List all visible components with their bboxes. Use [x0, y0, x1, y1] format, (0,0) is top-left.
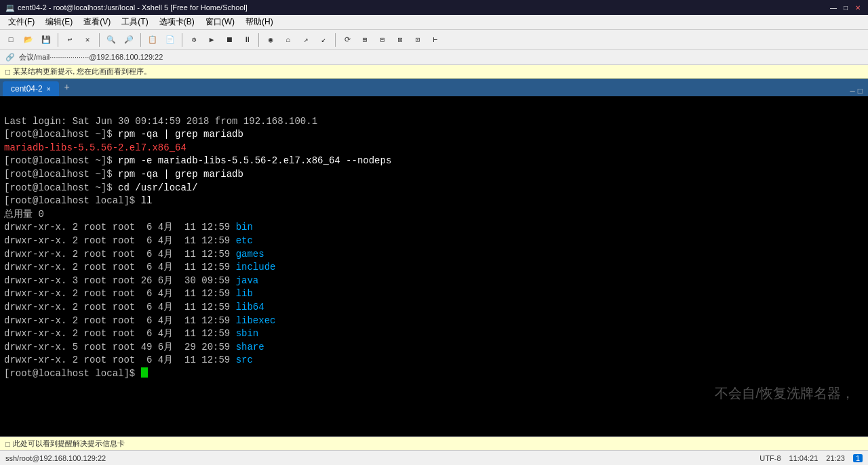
- status-connection: ssh/root@192.168.100.129:22: [5, 454, 760, 462]
- bottom-tip-text: 此处可以看到提醒解决提示信息卡: [13, 439, 125, 449]
- window-title: cent04-2 - root@localhost:/usr/local - X…: [18, 3, 248, 12]
- app-icon: 💻: [5, 3, 15, 12]
- terminal-line-cmd5: [root@localhost local]$ ll: [4, 195, 864, 208]
- toolbar-layout2[interactable]: ⊟: [374, 32, 391, 48]
- status-right: UTF-8 11:04:21 21:23 1: [760, 454, 863, 462]
- ls-row-etc: drwxr-xr-x. 2 root root 6 4月 11 12:59 et…: [4, 235, 864, 248]
- watermark: 不会自/恢复洗牌名器，: [715, 384, 854, 403]
- ls-row-share: drwxr-xr-x. 5 root root 49 6月 29 20:59 s…: [4, 341, 864, 355]
- status-time1: 11:04:21: [789, 454, 818, 462]
- toolbar-stop[interactable]: ⏹: [221, 32, 237, 48]
- ls-row-include: drwxr-xr-x. 2 root root 6 4月 11 12:59 in…: [4, 261, 864, 275]
- status-indicator: 1: [853, 454, 863, 462]
- address-text: 会议/mail···················@192.168.100.1…: [19, 52, 163, 62]
- toolbar-layout1[interactable]: ⊞: [357, 32, 373, 48]
- status-bar: ssh/root@192.168.100.129:22 UTF-8 11:04:…: [0, 450, 868, 465]
- terminal[interactable]: Last login: Sat Jun 30 09:14:59 2018 fro…: [0, 96, 868, 437]
- ls-row-lib64: drwxr-xr-x. 2 root root 6 4月 11 12:59 li…: [4, 301, 864, 315]
- toolbar-settings[interactable]: ⚙: [186, 32, 202, 48]
- ls-row-libexec: drwxr-xr-x. 2 root root 6 4月 11 12:59 li…: [4, 315, 864, 328]
- menu-help[interactable]: 帮助(H): [240, 15, 279, 29]
- toolbar-download[interactable]: ↙: [315, 32, 332, 48]
- menu-window[interactable]: 窗口(W): [200, 15, 240, 29]
- toolbar-layout5[interactable]: ⊢: [427, 32, 443, 48]
- menu-tools[interactable]: 工具(T): [116, 15, 153, 29]
- ls-row-bin: drwxr-xr-x. 2 root root 6 4月 11 12:59 bi…: [4, 221, 864, 235]
- toolbar-record[interactable]: ◉: [262, 32, 279, 48]
- tip-text: 某某结构更新提示, 您在此画面看到程序。: [13, 66, 151, 77]
- tab-bar: cent04-2 × + ─ □: [0, 79, 868, 96]
- tab-ctrl-max[interactable]: □: [858, 87, 863, 96]
- toolbar-sep2: [99, 33, 100, 47]
- terminal-line-cmd4: [root@localhost ~]$ cd /usr/local/: [4, 182, 864, 195]
- terminal-line-lastlogin: Last login: Sat Jun 30 09:14:59 2018 fro…: [4, 115, 864, 129]
- close-button[interactable]: ✕: [853, 3, 863, 12]
- terminal-line-total: 总用量 0: [4, 208, 864, 222]
- toolbar-sep1: [58, 33, 58, 47]
- toolbar-new[interactable]: □: [3, 32, 19, 48]
- title-bar-controls: — □ ✕: [829, 3, 863, 12]
- terminal-line-cmd3: [root@localhost ~]$ rpm -qa | grep maria…: [4, 168, 864, 182]
- status-encoding: UTF-8: [760, 454, 781, 462]
- toolbar-layout3[interactable]: ⊠: [392, 32, 408, 48]
- terminal-line-cmd2: [root@localhost ~]$ rpm -e mariadb-libs-…: [4, 155, 864, 168]
- tab-right-controls: ─ □: [850, 87, 865, 96]
- menu-edit[interactable]: 编辑(E): [40, 15, 78, 29]
- terminal-line-prompt: [root@localhost local]$: [4, 367, 864, 381]
- menu-bar: 文件(F) 编辑(E) 查看(V) 工具(T) 选项卡(B) 窗口(W) 帮助(…: [0, 15, 868, 30]
- ls-row-src: drwxr-xr-x. 2 root root 6 4月 11 12:59 sr…: [4, 354, 864, 367]
- tip-icon: □: [5, 67, 10, 77]
- app-window: 💻 cent04-2 - root@localhost:/usr/local -…: [0, 0, 868, 465]
- title-bar: 💻 cent04-2 - root@localhost:/usr/local -…: [0, 0, 868, 15]
- toolbar-refresh[interactable]: ⟳: [339, 32, 355, 48]
- terminal-line-out1: mariadb-libs-5.5.56-2.el7.x86_64: [4, 142, 864, 155]
- toolbar-disconnect[interactable]: ✕: [79, 32, 96, 48]
- toolbar-home[interactable]: ⌂: [280, 32, 296, 48]
- toolbar-sep4: [182, 33, 182, 47]
- menu-file[interactable]: 文件(F): [3, 15, 40, 29]
- toolbar-pause[interactable]: ⏸: [239, 32, 255, 48]
- ls-row-games: drwxr-xr-x. 2 root root 6 4月 11 12:59 ga…: [4, 248, 864, 262]
- new-tab-button[interactable]: +: [59, 82, 75, 93]
- address-icon: 🔗: [5, 53, 15, 62]
- toolbar-zoom-out[interactable]: 🔎: [121, 32, 137, 48]
- toolbar-upload[interactable]: ↗: [298, 32, 314, 48]
- terminal-cursor: [141, 367, 148, 378]
- terminal-line-blank: [4, 102, 864, 115]
- toolbar-paste[interactable]: 📋: [144, 32, 161, 48]
- toolbar: □ 📂 💾 ↩ ✕ 🔍 🔎 📋 📄 ⚙ ▶ ⏹ ⏸ ◉ ⌂ ↗ ↙ ⟳ ⊞ ⊟ …: [0, 30, 868, 50]
- ls-row-lib: drwxr-xr-x. 2 root root 6 4月 11 12:59 li…: [4, 287, 864, 301]
- toolbar-zoom-in[interactable]: 🔍: [103, 32, 119, 48]
- terminal-line-cmd1: [root@localhost ~]$ rpm -qa | grep maria…: [4, 128, 864, 142]
- toolbar-copy[interactable]: 📄: [162, 32, 178, 48]
- address-bar: 🔗 会议/mail···················@192.168.100…: [0, 50, 868, 65]
- tip-bar: □ 某某结构更新提示, 您在此画面看到程序。: [0, 65, 868, 79]
- bottom-tip-icon: □: [5, 440, 10, 448]
- toolbar-sep6: [335, 33, 336, 47]
- toolbar-save[interactable]: 💾: [38, 32, 54, 48]
- toolbar-run[interactable]: ▶: [203, 32, 220, 48]
- toolbar-reconnect[interactable]: ↩: [62, 32, 78, 48]
- tab-cent04-2[interactable]: cent04-2 ×: [3, 81, 59, 96]
- ls-row-java: drwxr-xr-x. 3 root root 26 6月 30 09:59 j…: [4, 275, 864, 288]
- ls-row-sbin: drwxr-xr-x. 2 root root 6 4月 11 12:59 sb…: [4, 327, 864, 341]
- toolbar-open[interactable]: 📂: [20, 32, 37, 48]
- minimize-button[interactable]: —: [829, 3, 838, 12]
- tab-ctrl-min[interactable]: ─: [850, 87, 855, 96]
- toolbar-sep5: [258, 33, 259, 47]
- tab-close-icon[interactable]: ×: [47, 85, 51, 93]
- tab-label: cent04-2: [11, 84, 43, 94]
- toolbar-sep3: [140, 33, 141, 47]
- toolbar-layout4[interactable]: ⊡: [410, 32, 426, 48]
- title-bar-left: 💻 cent04-2 - root@localhost:/usr/local -…: [5, 3, 248, 12]
- status-time2: 21:23: [826, 454, 845, 462]
- menu-view[interactable]: 查看(V): [78, 15, 116, 29]
- menu-tab[interactable]: 选项卡(B): [154, 15, 200, 29]
- bottom-tip-bar: □ 此处可以看到提醒解决提示信息卡: [0, 437, 868, 450]
- maximize-button[interactable]: □: [841, 3, 850, 12]
